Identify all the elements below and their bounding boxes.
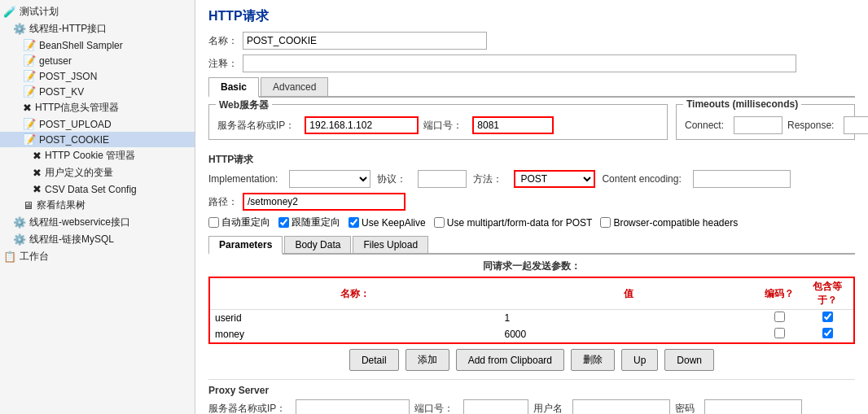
proxy-pass-input[interactable] [704,399,802,414]
port-input[interactable] [472,116,554,134]
proxy-title: Proxy Server [208,385,855,396]
param-tabs: Parameters Body Data Files Upload [208,236,855,255]
follow-redirect-label[interactable]: 跟随重定向 [278,216,340,229]
tab-parameters[interactable]: Parameters [208,236,283,255]
down-button[interactable]: Down [664,349,714,371]
param-equal-1[interactable] [802,326,853,342]
main-panel: HTTP请求 名称： 注释： Basic Advanced Web服务器 服务器… [195,0,868,414]
proxy-section: Proxy Server 服务器名称或IP： 端口号： 用户名 密码 [208,379,855,414]
sidebar-item-result-tree[interactable]: 🖥察看结果树 [0,197,195,214]
tree-icon-user-var: ✖ [33,167,42,179]
encode-checkbox-0[interactable] [774,312,785,322]
auto-redirect-text: 自动重定向 [221,216,270,229]
add-button[interactable]: 添加 [406,349,449,371]
param-value-0: 1 [500,310,757,327]
panel-title: HTTP请求 [208,8,855,25]
http-section-title: HTTP请求 [208,153,855,167]
comment-row: 注释： [208,54,855,72]
sidebar-item-getuser[interactable]: 📝getuser [0,53,195,68]
timeouts-group: Timeouts (milliseconds) Connect: Respons… [676,104,855,140]
web-server-group: Web服务器 服务器名称或IP： 端口号： [208,104,668,140]
server-label: 服务器名称或IP： [217,119,295,133]
sidebar-item-csv-config[interactable]: ✖CSV Data Set Config [0,181,195,197]
param-encode-0[interactable] [757,310,802,327]
params-table-wrapper: 名称： 值 编码？ 包含等于？ userid 1 money 6000 [208,277,855,344]
sidebar-item-http-cookie[interactable]: ✖HTTP Cookie 管理器 [0,147,195,164]
sidebar-item-user-var[interactable]: ✖用户定义的变量 [0,164,195,181]
browser-headers-checkbox[interactable] [600,217,611,228]
detail-button[interactable]: Detail [349,349,399,371]
keepalive-checkbox[interactable] [349,217,359,228]
table-row[interactable]: money 6000 [210,326,853,342]
multipart-label[interactable]: Use multipart/form-data for POST [434,217,593,229]
auto-redirect-checkbox[interactable] [208,217,219,228]
tree-label-thread-group-http: 线程组-HTTP接口 [29,22,107,36]
params-table: 名称： 值 编码？ 包含等于？ userid 1 money 6000 [210,278,853,342]
sidebar-item-beanshell[interactable]: 📝BeanShell Sampler [0,37,195,53]
proxy-user-input[interactable] [572,399,670,414]
path-input[interactable] [243,193,406,211]
sidebar-item-http-info[interactable]: ✖HTTP信息头管理器 [0,99,195,116]
sidebar-item-post-cookie[interactable]: 📝POST_COOKIE [0,132,195,147]
equal-checkbox-0[interactable] [822,312,833,322]
sidebar: 🧪测试计划⚙️线程组-HTTP接口📝BeanShell Sampler📝getu… [0,0,195,414]
tree-label-beanshell: BeanShell Sampler [39,40,123,51]
tab-basic[interactable]: Basic [208,77,259,98]
proxy-server-label: 服务器名称或IP： [208,402,286,415]
keepalive-label[interactable]: Use KeepAlive [349,217,426,229]
table-row[interactable]: userid 1 [210,310,853,327]
tree-icon-http-info: ✖ [23,102,32,114]
sidebar-item-test-plan[interactable]: 🧪测试计划 [0,3,195,20]
server-input[interactable] [305,116,419,134]
impl-select[interactable] [289,170,370,188]
sidebar-item-workbench[interactable]: 📋工作台 [0,248,195,265]
sidebar-item-post-upload[interactable]: 📝POST_UPLOAD [0,116,195,132]
up-button[interactable]: Up [621,349,658,371]
response-input[interactable] [844,116,868,134]
col-header-equal: 包含等于？ [802,278,853,310]
col-header-encode: 编码？ [757,278,802,310]
param-encode-1[interactable] [757,326,802,342]
auto-redirect-label[interactable]: 自动重定向 [208,216,270,229]
tree-label-post-kv: POST_KV [39,86,84,98]
param-equal-0[interactable] [802,310,853,327]
path-label: 路径： [208,195,238,209]
tab-body-data[interactable]: Body Data [284,236,351,253]
response-label: Response: [787,120,834,131]
encoding-input[interactable] [693,170,791,188]
proxy-port-input[interactable] [463,399,528,414]
sidebar-item-post-json[interactable]: 📝POST_JSON [0,68,195,84]
sidebar-item-thread-group-http[interactable]: ⚙️线程组-HTTP接口 [0,20,195,37]
delete-button[interactable]: 删除 [571,349,615,371]
tab-advanced[interactable]: Advanced [261,77,328,96]
tree-label-getuser: getuser [39,55,72,67]
protocol-input[interactable] [418,170,467,188]
param-value-1: 6000 [500,326,757,342]
path-row: 路径： [208,193,855,211]
name-input[interactable] [243,32,487,50]
sidebar-item-thread-webservice[interactable]: ⚙️线程组-webservice接口 [0,214,195,231]
tree-icon-post-cookie: 📝 [23,133,36,146]
equal-checkbox-1[interactable] [822,328,833,338]
tab-files-upload[interactable]: Files Upload [353,236,428,253]
params-section-title: 同请求一起发送参数： [208,259,855,273]
method-select[interactable]: POST GET [514,170,595,188]
params-header-row: 名称： 值 编码？ 包含等于？ [210,278,853,310]
proxy-server-input[interactable] [296,399,410,414]
comment-input[interactable] [243,54,796,72]
encode-checkbox-1[interactable] [774,328,785,338]
method-label: 方法： [473,172,502,186]
multipart-checkbox[interactable] [434,217,445,228]
name-label: 名称： [208,34,238,48]
sidebar-item-thread-mysql[interactable]: ⚙️线程组-链接MySQL [0,231,195,248]
tree-icon-test-plan: 🧪 [3,6,16,18]
main-tabs: Basic Advanced [208,77,855,98]
connect-input[interactable] [734,116,783,134]
add-clipboard-button[interactable]: Add from Clipboard [456,349,564,371]
follow-redirect-checkbox[interactable] [278,217,289,228]
sidebar-item-post-kv[interactable]: 📝POST_KV [0,84,195,99]
tree-label-thread-mysql: 线程组-链接MySQL [29,233,114,246]
tree-label-post-upload: POST_UPLOAD [39,119,112,130]
tree-icon-thread-mysql: ⚙️ [13,233,26,246]
browser-headers-label[interactable]: Browser-compatible headers [600,217,738,229]
